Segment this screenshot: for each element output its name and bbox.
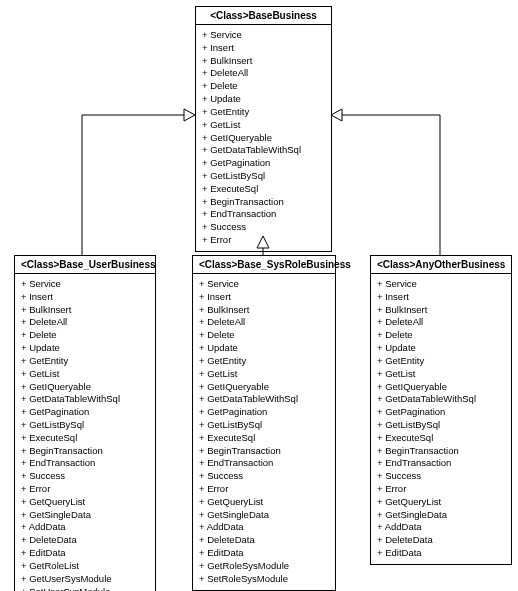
class-members: + Service+ Insert+ BulkInsert+ DeleteAll… xyxy=(15,274,155,591)
class-member: + AddData xyxy=(21,521,149,534)
class-member: + GetEntity xyxy=(202,106,325,119)
class-member: + GetEntity xyxy=(21,355,149,368)
class-member: + GetPagination xyxy=(377,406,505,419)
class-member: + GetDataTableWithSql xyxy=(21,393,149,406)
class-member: + GetList xyxy=(21,368,149,381)
class-member: + BulkInsert xyxy=(199,304,329,317)
class-member: + GetIQueryable xyxy=(199,381,329,394)
class-member: + BeginTransaction xyxy=(21,445,149,458)
class-member: + Update xyxy=(199,342,329,355)
class-member: + Insert xyxy=(21,291,149,304)
class-member: + Update xyxy=(202,93,325,106)
class-member: + ExecuteSql xyxy=(377,432,505,445)
class-member: + GetPagination xyxy=(202,157,325,170)
class-member: + EditData xyxy=(199,547,329,560)
class-member: + Delete xyxy=(199,329,329,342)
class-member: + Delete xyxy=(202,80,325,93)
class-member: + DeleteData xyxy=(199,534,329,547)
class-member: + EditData xyxy=(21,547,149,560)
class-member: + Error xyxy=(202,234,325,247)
class-member: + Service xyxy=(199,278,329,291)
class-member: + GetList xyxy=(202,119,325,132)
class-member: + DeleteAll xyxy=(202,67,325,80)
class-member: + Update xyxy=(377,342,505,355)
class-member: + GetEntity xyxy=(199,355,329,368)
class-basebusiness: <Class>BaseBusiness + Service+ Insert+ B… xyxy=(195,6,332,252)
class-member: + GetIQueryable xyxy=(202,132,325,145)
class-member: + GetPagination xyxy=(199,406,329,419)
class-member: + GetSingleData xyxy=(199,509,329,522)
class-member: + BulkInsert xyxy=(377,304,505,317)
class-member: + Error xyxy=(21,483,149,496)
class-member: + BeginTransaction xyxy=(202,196,325,209)
class-member: + Delete xyxy=(21,329,149,342)
class-member: + Success xyxy=(202,221,325,234)
class-member: + Success xyxy=(199,470,329,483)
class-member: + EditData xyxy=(377,547,505,560)
class-member: + EndTransaction xyxy=(21,457,149,470)
class-member: + GetList xyxy=(199,368,329,381)
class-member: + AddData xyxy=(377,521,505,534)
class-member: + BeginTransaction xyxy=(199,445,329,458)
class-member: + BeginTransaction xyxy=(377,445,505,458)
class-member: + GetPagination xyxy=(21,406,149,419)
class-member: + GetDataTableWithSql xyxy=(199,393,329,406)
class-member: + Insert xyxy=(377,291,505,304)
class-member: + GetDataTableWithSql xyxy=(377,393,505,406)
class-member: + AddData xyxy=(199,521,329,534)
class-member: + Error xyxy=(199,483,329,496)
class-member: + DeleteAll xyxy=(199,316,329,329)
class-member: + GetEntity xyxy=(377,355,505,368)
class-member: + EndTransaction xyxy=(199,457,329,470)
class-member: + GetRoleSysModule xyxy=(199,560,329,573)
class-member: + GetQueryList xyxy=(377,496,505,509)
class-member: + GetIQueryable xyxy=(377,381,505,394)
class-member: + Error xyxy=(377,483,505,496)
class-member: + GetDataTableWithSql xyxy=(202,144,325,157)
class-members: + Service+ Insert+ BulkInsert+ DeleteAll… xyxy=(196,25,331,251)
class-member: + GetIQueryable xyxy=(21,381,149,394)
class-member: + DeleteAll xyxy=(377,316,505,329)
class-member: + Update xyxy=(21,342,149,355)
class-member: + Success xyxy=(21,470,149,483)
class-member: + GetUserSysModule xyxy=(21,573,149,586)
class-member: + GetList xyxy=(377,368,505,381)
class-title: <Class>BaseBusiness xyxy=(196,7,331,25)
svg-marker-1 xyxy=(184,109,195,121)
class-member: + ExecuteSql xyxy=(21,432,149,445)
class-member: + SetRoleSysModule xyxy=(199,573,329,586)
class-member: + GetSingleData xyxy=(21,509,149,522)
class-member: + EndTransaction xyxy=(377,457,505,470)
class-base-userbusiness: <Class>Base_UserBusiness + Service+ Inse… xyxy=(14,255,156,591)
class-title: <Class>AnyOtherBusiness xyxy=(371,256,511,274)
class-members: + Service+ Insert+ BulkInsert+ DeleteAll… xyxy=(371,274,511,564)
class-member: + DeleteData xyxy=(21,534,149,547)
class-member: + Service xyxy=(377,278,505,291)
class-member: + DeleteAll xyxy=(21,316,149,329)
class-anyotherbusiness: <Class>AnyOtherBusiness + Service+ Inser… xyxy=(370,255,512,565)
svg-marker-2 xyxy=(331,109,342,121)
class-member: + Service xyxy=(202,29,325,42)
class-member: + ExecuteSql xyxy=(202,183,325,196)
class-title: <Class>Base_UserBusiness xyxy=(15,256,155,274)
class-member: + Success xyxy=(377,470,505,483)
class-member: + Delete xyxy=(377,329,505,342)
class-member: + Insert xyxy=(199,291,329,304)
class-title: <Class>Base_SysRoleBusiness xyxy=(193,256,335,274)
class-member: + GetSingleData xyxy=(377,509,505,522)
class-member: + ExecuteSql xyxy=(199,432,329,445)
class-base-sysrolebusiness: <Class>Base_SysRoleBusiness + Service+ I… xyxy=(192,255,336,591)
class-member: + GetQueryList xyxy=(199,496,329,509)
class-member: + GetListBySql xyxy=(202,170,325,183)
class-member: + BulkInsert xyxy=(202,55,325,68)
class-member: + DeleteData xyxy=(377,534,505,547)
class-member: + Insert xyxy=(202,42,325,55)
class-member: + EndTransaction xyxy=(202,208,325,221)
class-member: + Service xyxy=(21,278,149,291)
class-member: + GetQueryList xyxy=(21,496,149,509)
class-member: + GetListBySql xyxy=(377,419,505,432)
class-member: + GetRoleList xyxy=(21,560,149,573)
class-member: + SetUserSysModule xyxy=(21,586,149,592)
class-member: + GetListBySql xyxy=(21,419,149,432)
class-member: + BulkInsert xyxy=(21,304,149,317)
